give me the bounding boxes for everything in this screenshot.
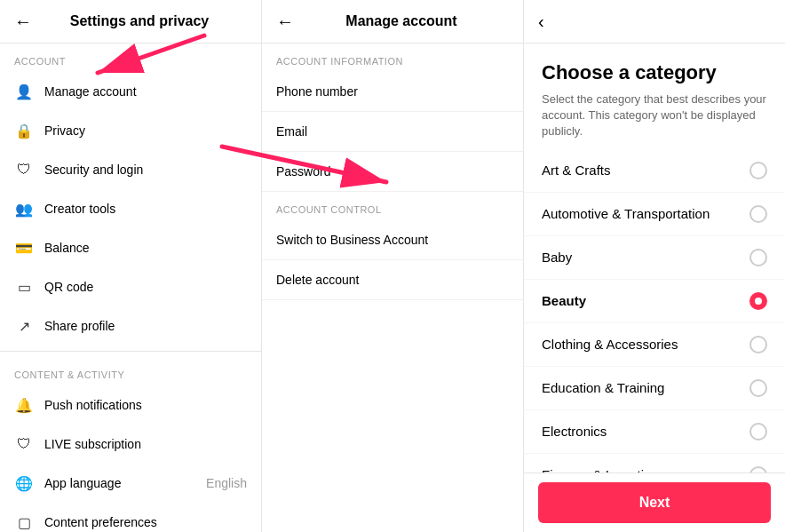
share-profile-label: Share profile [44,319,247,333]
category-label-education: Education & Training [542,380,664,395]
balance-icon: 💳 [14,238,34,258]
panel2-header: ← Manage account [262,0,523,44]
content-preferences-label: Content preferences [44,515,247,529]
radio-electronics [749,423,767,441]
sidebar-item-push-notifications[interactable]: 🔔 Push notifications [0,385,261,425]
category-list: Art & Crafts Automotive & Transportation… [524,149,785,472]
live-subscription-icon: 🛡 [14,434,34,454]
sidebar-item-qr-code[interactable]: ▭ QR code [0,267,261,306]
manage-account-icon: 👤 [14,82,34,101]
panel1-section-label-0: ACCOUNT [0,44,261,72]
panel2-item-phone-number[interactable]: Phone number [262,72,523,112]
security-login-label: Security and login [44,163,247,177]
category-item-finance[interactable]: Finance & Investing [524,454,785,472]
panel2-content: ACCOUNT INFORMATIONPhone numberEmailPass… [262,44,523,300]
live-subscription-label: LIVE subscription [44,437,247,451]
content-preferences-icon: ▢ [14,512,34,532]
sidebar-item-balance[interactable]: 💳 Balance [0,228,261,267]
balance-label: Balance [44,241,247,255]
category-item-art-crafts[interactable]: Art & Crafts [524,149,785,193]
panel1-back-button[interactable]: ← [14,12,32,30]
category-item-clothing[interactable]: Clothing & Accessories [524,323,785,367]
qr-code-icon: ▭ [14,277,34,297]
panel1-content: ACCOUNT 👤 Manage account 🔒 Privacy 🛡 Sec… [0,44,261,532]
radio-art-crafts [749,162,767,179]
sidebar-item-security-login[interactable]: 🛡 Security and login [0,150,261,189]
sidebar-item-live-subscription[interactable]: 🛡 LIVE subscription [0,425,261,464]
category-label-art-crafts: Art & Crafts [542,163,611,178]
privacy-label: Privacy [44,123,247,138]
creator-tools-icon: 👥 [14,199,34,218]
settings-panel: ← Settings and privacy ACCOUNT 👤 Manage … [0,0,262,532]
panel1-header: ← Settings and privacy [0,0,261,44]
category-panel: ‹ Choose a category Select the category … [524,0,785,532]
qr-code-label: QR code [44,280,247,294]
category-item-education[interactable]: Education & Training [524,367,785,410]
next-button[interactable]: Next [538,482,771,523]
category-item-electronics[interactable]: Electronics [524,410,785,454]
category-subtitle: Select the category that best describes … [542,91,767,140]
push-notifications-icon: 🔔 [14,395,34,415]
radio-finance [749,466,767,472]
category-label-beauty: Beauty [542,293,586,308]
category-item-baby[interactable]: Baby [524,236,785,280]
radio-beauty [749,292,767,310]
share-profile-icon: ↗ [14,316,34,336]
category-item-automotive[interactable]: Automotive & Transportation [524,193,785,236]
app-language-label: App language [44,476,195,490]
sidebar-item-creator-tools[interactable]: 👥 Creator tools [0,189,261,228]
category-label-electronics: Electronics [542,424,607,439]
panel1-section-label-1: CONTENT & ACTIVITY [0,357,261,385]
panel2-item-switch-business[interactable]: Switch to Business Account [262,220,523,260]
category-label-automotive: Automotive & Transportation [542,206,710,221]
sidebar-item-share-profile[interactable]: ↗ Share profile [0,306,261,345]
app-language-icon: 🌐 [14,473,34,493]
category-title: Choose a category [542,61,767,84]
sidebar-item-content-preferences[interactable]: ▢ Content preferences [0,503,261,532]
panel2-section-label-0: ACCOUNT INFORMATION [262,44,523,72]
radio-clothing [749,336,767,353]
panel2-item-email[interactable]: Email [262,112,523,152]
sidebar-item-app-language[interactable]: 🌐 App language English [0,464,261,503]
push-notifications-label: Push notifications [44,398,247,412]
panel2-item-delete-account[interactable]: Delete account [262,260,523,300]
radio-baby [749,249,767,266]
privacy-icon: 🔒 [14,121,34,140]
panel2-title: Manage account [294,13,509,29]
radio-education [749,379,767,397]
manage-account-panel: ← Manage account ACCOUNT INFORMATIONPhon… [262,0,524,532]
panel3-back-button[interactable]: ‹ [538,12,544,30]
panel1-title: Settings and privacy [32,13,247,29]
panel2-section-label-1: ACCOUNT CONTROL [262,192,523,220]
manage-account-label: Manage account [44,84,247,99]
panel2-back-button[interactable]: ← [276,12,294,30]
radio-automotive [749,205,767,223]
category-title-section: Choose a category Select the category th… [524,44,785,149]
sidebar-item-manage-account[interactable]: 👤 Manage account [0,72,261,111]
panel3-header: ‹ [524,0,785,44]
security-login-icon: 🛡 [14,160,34,179]
sidebar-item-privacy[interactable]: 🔒 Privacy [0,111,261,150]
category-label-clothing: Clothing & Accessories [542,337,678,352]
panel2-item-password[interactable]: Password [262,152,523,192]
category-label-baby: Baby [542,250,572,265]
app-language-value: English [206,476,247,490]
category-item-beauty[interactable]: Beauty [524,280,785,323]
next-button-container: Next [524,472,785,532]
creator-tools-label: Creator tools [44,202,247,216]
